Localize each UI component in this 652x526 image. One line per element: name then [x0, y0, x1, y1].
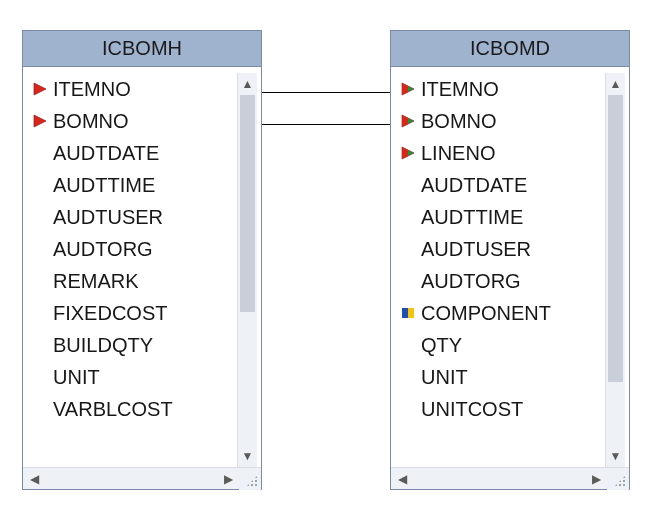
scroll-up-icon[interactable]: ▲ [238, 73, 257, 95]
field-row[interactable]: AUDTTIME [397, 201, 601, 233]
field-name: AUDTTIME [53, 169, 155, 201]
table-icbomh[interactable]: ICBOMH ITEMNO BOMNO AUDTDATE AUDTTIME AU… [22, 30, 262, 490]
field-name: ITEMNO [421, 73, 499, 105]
scroll-thumb[interactable] [608, 95, 623, 382]
field-name: ITEMNO [53, 73, 131, 105]
fk-icon [401, 146, 415, 160]
table-title[interactable]: ICBOMD [391, 31, 629, 67]
field-name: REMARK [53, 265, 139, 297]
resize-grip-icon[interactable] [607, 468, 629, 490]
field-name: AUDTDATE [421, 169, 527, 201]
scroll-left-icon[interactable]: ◀ [391, 468, 413, 489]
field-name: AUDTUSER [421, 233, 531, 265]
scroll-down-icon[interactable]: ▼ [238, 445, 257, 467]
svg-marker-5 [402, 115, 408, 127]
scroll-down-icon[interactable]: ▼ [606, 445, 625, 467]
field-row[interactable]: BUILDQTY [29, 329, 233, 361]
svg-marker-0 [34, 83, 46, 95]
index-icon [401, 306, 415, 320]
field-name: AUDTORG [421, 265, 521, 297]
field-row[interactable]: FIXEDCOST [29, 297, 233, 329]
field-list: ITEMNO BOMNO LINENO AUDTDATE AUDTTIME AU… [397, 73, 605, 467]
svg-rect-9 [408, 308, 414, 318]
svg-marker-1 [34, 115, 46, 127]
field-name: AUDTUSER [53, 201, 163, 233]
field-name: VARBLCOST [53, 393, 173, 425]
scroll-thumb[interactable] [240, 95, 255, 312]
field-row[interactable]: ITEMNO [397, 73, 601, 105]
table-icbomd[interactable]: ICBOMD ITEMNO BOMNO LINENO AUDTDA [390, 30, 630, 490]
field-name: UNIT [421, 361, 468, 393]
field-row[interactable]: QTY [397, 329, 601, 361]
field-list: ITEMNO BOMNO AUDTDATE AUDTTIME AUDTUSER … [29, 73, 237, 467]
horizontal-scroll-area: ◀ ▶ [23, 467, 261, 489]
field-name: BOMNO [421, 105, 497, 137]
scroll-track[interactable] [606, 95, 625, 445]
field-name: UNITCOST [421, 393, 523, 425]
vertical-scrollbar[interactable]: ▲ ▼ [237, 73, 257, 467]
field-row[interactable]: ITEMNO [29, 73, 233, 105]
field-row[interactable]: AUDTUSER [29, 201, 233, 233]
scroll-track[interactable] [45, 468, 217, 489]
field-name: QTY [421, 329, 462, 361]
scroll-right-icon[interactable]: ▶ [585, 468, 607, 489]
field-row[interactable]: UNITCOST [397, 393, 601, 425]
field-name: BOMNO [53, 105, 129, 137]
pk-icon [33, 82, 47, 96]
field-name: FIXEDCOST [53, 297, 167, 329]
scroll-right-icon[interactable]: ▶ [217, 468, 239, 489]
horizontal-scroll-area: ◀ ▶ [391, 467, 629, 489]
resize-grip-icon[interactable] [239, 468, 261, 490]
field-name: COMPONENT [421, 297, 551, 329]
field-row[interactable]: AUDTTIME [29, 169, 233, 201]
field-row[interactable]: AUDTUSER [397, 233, 601, 265]
field-name: UNIT [53, 361, 100, 393]
field-name: LINENO [421, 137, 495, 169]
fk-icon [401, 114, 415, 128]
horizontal-scrollbar[interactable]: ◀ ▶ [23, 468, 239, 489]
field-row[interactable]: AUDTORG [397, 265, 601, 297]
field-row[interactable]: AUDTORG [29, 233, 233, 265]
table-body: ITEMNO BOMNO AUDTDATE AUDTTIME AUDTUSER … [23, 67, 261, 467]
field-row[interactable]: COMPONENT [397, 297, 601, 329]
relation-line [262, 124, 390, 125]
field-row[interactable]: AUDTDATE [397, 169, 601, 201]
scroll-track[interactable] [413, 468, 585, 489]
field-name: AUDTORG [53, 233, 153, 265]
horizontal-scrollbar[interactable]: ◀ ▶ [391, 468, 607, 489]
field-name: BUILDQTY [53, 329, 153, 361]
svg-marker-7 [402, 147, 408, 159]
field-row[interactable]: UNIT [29, 361, 233, 393]
field-row[interactable]: LINENO [397, 137, 601, 169]
field-row[interactable]: BOMNO [29, 105, 233, 137]
svg-rect-8 [402, 308, 408, 318]
table-body: ITEMNO BOMNO LINENO AUDTDATE AUDTTIME AU… [391, 67, 629, 467]
scroll-left-icon[interactable]: ◀ [23, 468, 45, 489]
field-row[interactable]: REMARK [29, 265, 233, 297]
relation-line [262, 92, 390, 93]
field-name: AUDTTIME [421, 201, 523, 233]
field-row[interactable]: VARBLCOST [29, 393, 233, 425]
scroll-track[interactable] [238, 95, 257, 445]
field-row[interactable]: UNIT [397, 361, 601, 393]
vertical-scrollbar[interactable]: ▲ ▼ [605, 73, 625, 467]
field-name: AUDTDATE [53, 137, 159, 169]
field-row[interactable]: BOMNO [397, 105, 601, 137]
scroll-up-icon[interactable]: ▲ [606, 73, 625, 95]
field-row[interactable]: AUDTDATE [29, 137, 233, 169]
table-title[interactable]: ICBOMH [23, 31, 261, 67]
fk-icon [401, 82, 415, 96]
pk-icon [33, 114, 47, 128]
svg-marker-3 [402, 83, 408, 95]
